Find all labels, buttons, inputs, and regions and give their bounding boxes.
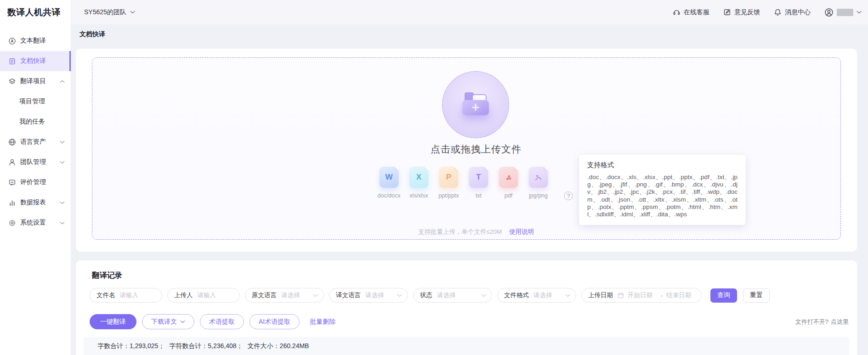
file-type-img: jpg/png xyxy=(529,167,548,199)
filename-placeholder: 请输入 xyxy=(120,291,157,299)
end-date-placeholder: 结束日期 xyxy=(666,291,696,299)
ppt-file-icon: P xyxy=(439,167,459,188)
sidebar-item-label: 文本翻译 xyxy=(20,37,46,45)
message-center-button[interactable]: 消息中心 xyxy=(774,8,811,17)
uploader-filter-input[interactable]: 上传人 请输入 xyxy=(167,288,240,303)
chevron-down-icon xyxy=(565,294,570,297)
customer-service-button[interactable]: 在线客服 xyxy=(673,8,709,17)
sidebar-item-project-management[interactable]: 项目管理 xyxy=(0,91,71,112)
chevron-down-icon xyxy=(313,294,318,297)
message-center-label: 消息中心 xyxy=(785,8,811,17)
file-type-label: ppt/pptx xyxy=(438,192,459,199)
word-count-value: 1,293,025 xyxy=(130,342,158,349)
file-issue-hint: 文件打不开?点这里 xyxy=(795,318,849,326)
ai-term-extract-button[interactable]: AI术语提取 xyxy=(250,314,300,329)
term-extract-button[interactable]: 术语提取 xyxy=(200,314,244,329)
upload-title: 点击或拖拽上传文件 xyxy=(431,143,522,156)
sidebar-item-label: 我的任务 xyxy=(19,118,45,126)
team-selector[interactable]: SY5625的团队 xyxy=(84,8,135,17)
sidebar-item-label: 系统设置 xyxy=(20,219,46,227)
supported-file-types: W doc/docx X xls/xlsx P ppt/pptx T txt xyxy=(380,167,573,199)
file-type-txt: T txt xyxy=(469,167,488,199)
target-language-select[interactable]: 译文语言 请选择 xyxy=(329,288,408,303)
comment-icon xyxy=(8,179,16,186)
sidebar-item-label: 文档快译 xyxy=(20,57,46,65)
sidebar-item-text-translate[interactable]: 文本翻译 xyxy=(0,31,71,51)
chevron-down-icon xyxy=(60,221,65,225)
feedback-button[interactable]: 意见反馈 xyxy=(723,8,760,17)
upload-button[interactable]: + xyxy=(442,71,509,138)
chevron-down-icon xyxy=(180,320,185,323)
txt-file-icon: T xyxy=(469,167,488,188)
status-select[interactable]: 状态 请选择 xyxy=(413,288,492,303)
one-click-translate-button[interactable]: 一键翻译 xyxy=(90,314,136,329)
supported-formats-tooltip: 支持格式 .doc、.docx、.xls、.xlsx、.ppt、.pptx、.p… xyxy=(579,155,746,225)
sidebar-item-my-tasks[interactable]: 我的任务 xyxy=(0,112,71,132)
records-title: 翻译记录 xyxy=(92,270,122,281)
sidebar-menu: 文本翻译 文档快译 翻译项目 项目管理 我的任务 xyxy=(0,24,71,233)
text-translate-icon xyxy=(8,37,16,45)
chevron-down-icon xyxy=(481,294,486,297)
feedback-label: 意见反馈 xyxy=(734,8,760,17)
file-type-xls: X xls/xlsx xyxy=(409,167,429,199)
xls-file-icon: X xyxy=(409,167,429,188)
help-icon[interactable]: ? xyxy=(564,192,573,200)
sidebar-item-projects[interactable]: 翻译项目 xyxy=(0,71,71,91)
page-title: 文档快译 xyxy=(79,30,105,39)
action-row: 一键翻译 下载译文 术语提取 AI术语提取 批量删除 文件打不开?点这里 xyxy=(90,314,849,329)
chevron-down-icon xyxy=(130,11,135,14)
sidebar-item-system-settings[interactable]: 系统设置 xyxy=(0,213,71,233)
sidebar-item-label: 项目管理 xyxy=(19,97,45,106)
file-type-label: doc/docx xyxy=(377,192,400,199)
upload-date-range-picker[interactable]: 上传日期 开始日期 - 结束日期 xyxy=(581,288,702,303)
image-file-icon xyxy=(529,167,548,188)
download-translation-button[interactable]: 下载译文 xyxy=(142,314,194,329)
batch-delete-button[interactable]: 批量删除 xyxy=(310,318,335,326)
doc-translate-icon xyxy=(8,57,16,65)
source-language-select[interactable]: 原文语言 请选择 xyxy=(245,288,324,303)
word-count-label: 字数合计： xyxy=(97,342,130,349)
uploader-placeholder: 请输入 xyxy=(198,291,234,299)
username-redacted xyxy=(837,9,853,16)
file-type-doc: W doc/docx xyxy=(380,167,399,199)
chevron-up-icon xyxy=(60,80,65,83)
tooltip-formats-list: .doc、.docx、.xls、.xlsx、.ppt、.pptx、.pdf、.t… xyxy=(587,174,738,218)
usage-instructions-link[interactable]: 使用说明 xyxy=(509,228,534,235)
batch-upload-hint: 支持批量上传，单个文件≤20M xyxy=(418,228,502,235)
chevron-down-icon xyxy=(60,141,65,144)
folder-upload-icon: + xyxy=(462,94,489,115)
pdf-file-icon xyxy=(499,167,518,188)
char-count-label: 字符数合计： xyxy=(169,342,208,349)
topbar: SY5625的团队 在线客服 意见反馈 消息中心 xyxy=(71,0,868,24)
sidebar-item-review-management[interactable]: 评价管理 xyxy=(0,172,71,192)
projects-layers-icon xyxy=(8,78,16,85)
file-type-label: pdf xyxy=(505,192,512,199)
file-issue-link[interactable]: 点这里 xyxy=(831,318,849,325)
filename-filter-input[interactable]: 文件名 请输入 xyxy=(90,288,162,303)
doc-file-icon: W xyxy=(380,167,399,188)
summary-stats: 字数合计：1,293,025；字符数合计：5,236,408；文件大小：260.… xyxy=(84,337,849,355)
filter-row: 文件名 请输入 上传人 请输入 原文语言 请选择 译文语言 请选择 状态 请选择 xyxy=(90,288,770,303)
file-type-label: txt xyxy=(476,192,482,199)
edit-feedback-icon xyxy=(723,8,731,16)
sidebar-item-doc-translate[interactable]: 文档快译 xyxy=(0,51,71,71)
file-type-ppt: P ppt/pptx xyxy=(439,167,459,199)
sidebar-item-data-reports[interactable]: 数据报表 xyxy=(0,192,71,213)
sidebar-item-language-assets[interactable]: 语言资产 xyxy=(0,132,71,152)
sidebar-item-team-management[interactable]: 团队管理 xyxy=(0,152,71,172)
file-format-select[interactable]: 文件格式 请选择 xyxy=(497,288,576,303)
bell-icon xyxy=(774,8,782,16)
upload-card: + 点击或拖拽上传文件 W doc/docx X xls/xlsx P ppt/… xyxy=(76,49,857,252)
reset-button[interactable]: 重置 xyxy=(743,288,770,303)
chevron-down-icon xyxy=(397,294,402,297)
chevron-down-icon xyxy=(857,11,862,14)
translation-records-card: 翻译记录 文件名 请输入 上传人 请输入 原文语言 请选择 译文语言 请选择 状… xyxy=(76,260,857,355)
person-icon xyxy=(8,158,16,166)
main-content: 文档快译 + 点击或拖拽上传文件 W doc/docx X xyxy=(71,24,868,355)
globe-icon xyxy=(8,138,16,146)
file-type-label: xls/xlsx xyxy=(409,192,428,199)
bar-chart-icon xyxy=(8,199,16,207)
search-button[interactable]: 查询 xyxy=(710,288,737,303)
user-menu[interactable] xyxy=(824,8,862,17)
file-type-pdf: pdf xyxy=(499,167,518,199)
